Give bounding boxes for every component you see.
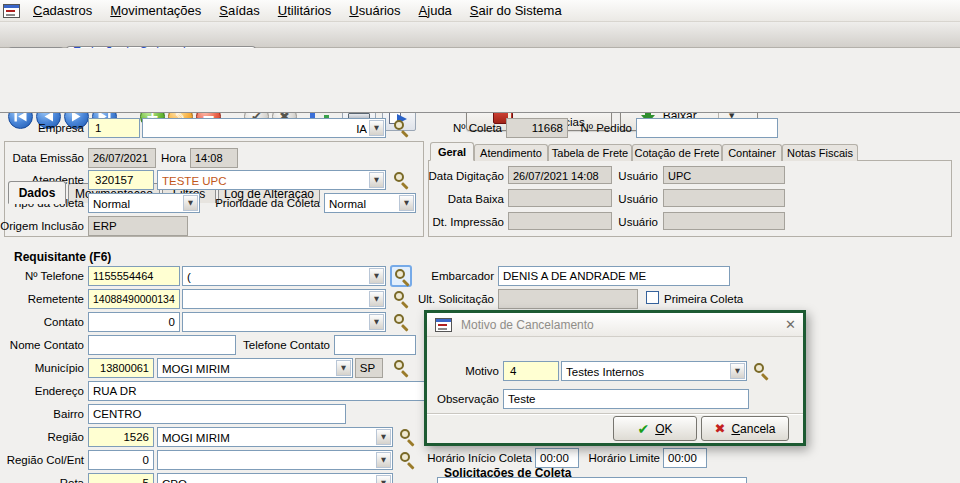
ok-button[interactable]: ✔ OK: [613, 416, 697, 441]
atendente-combo[interactable]: TESTE UPC ▼: [157, 170, 386, 190]
dialog-titlebar[interactable]: Motivo de Cancelamento ✕: [427, 313, 803, 337]
chevron-down-icon[interactable]: ▼: [369, 268, 384, 284]
municipio-search-icon[interactable]: [391, 358, 411, 378]
municipio-code-field[interactable]: 13800061: [88, 358, 154, 378]
telefone-search-icon[interactable]: [390, 265, 412, 287]
tab-atendimento[interactable]: Atendimento: [474, 144, 548, 161]
menu-cadastros[interactable]: Cadastros: [24, 0, 101, 21]
regiao-colent-code-field[interactable]: 0: [88, 450, 154, 470]
motivo-combo-value: Testes Internos: [566, 365, 728, 379]
chevron-down-icon[interactable]: ▼: [336, 360, 351, 376]
endereco-field[interactable]: RUA DR: [88, 381, 426, 401]
tab-container[interactable]: Container: [722, 144, 782, 161]
empresa-combo[interactable]: IA ▼: [142, 118, 386, 138]
empresa-search-icon[interactable]: [391, 118, 411, 138]
telefone-label: Nº Telefone: [0, 269, 84, 283]
uf-field: SP: [355, 358, 383, 378]
horario-limite-field[interactable]: 00:00: [663, 448, 707, 468]
rota-code-field[interactable]: 5: [88, 473, 154, 483]
primeira-coleta-checkbox[interactable]: [646, 291, 659, 304]
app-icon: [3, 4, 20, 18]
data-digitacao-label: Data Digitação: [404, 169, 504, 183]
search-icon-handle: [401, 324, 409, 332]
telefone-field[interactable]: 1155554464: [88, 266, 180, 286]
search-icon-glass: [394, 291, 404, 301]
tab-geral[interactable]: Geral: [430, 142, 474, 161]
motivo-combo[interactable]: Testes Internos ▼: [561, 361, 747, 381]
dialog-icon: [435, 318, 452, 332]
solicitacoes-field[interactable]: [437, 477, 747, 483]
menu-saidas[interactable]: Saídas: [210, 0, 268, 21]
chevron-down-icon[interactable]: ▼: [376, 452, 391, 468]
menu-sair-do-sistema[interactable]: Sair do Sistema: [461, 0, 571, 21]
menu-ajuda[interactable]: Ajuda: [410, 0, 461, 21]
chevron-down-icon[interactable]: ▼: [369, 172, 384, 188]
motivo-label: Motivo: [435, 364, 499, 378]
ncoleta-field: 11668: [506, 118, 568, 138]
motivo-search-icon[interactable]: [751, 361, 771, 381]
nome-contato-label: Nome Contato: [0, 338, 84, 352]
close-icon[interactable]: ✕: [785, 318, 796, 331]
prioridade-label: Prioridade da Coleta: [204, 196, 320, 210]
search-icon-handle: [761, 373, 769, 381]
chevron-down-icon[interactable]: ▼: [369, 291, 384, 307]
ult-solicitacao-field: [498, 289, 638, 309]
contato-combo[interactable]: ▼: [182, 312, 386, 332]
regiao-colent-combo[interactable]: ▼: [157, 450, 393, 470]
chevron-down-icon[interactable]: ▼: [730, 363, 745, 379]
regiao-code-field[interactable]: 1526: [88, 427, 154, 447]
rota-combo[interactable]: CPQ ▼: [157, 473, 393, 483]
municipio-combo[interactable]: MOGI MIRIM ▼: [157, 358, 353, 378]
horario-inicio-field[interactable]: 00:00: [535, 448, 579, 468]
tab-tabela-frete[interactable]: Tabela de Frete: [548, 144, 632, 161]
remetente-search-icon[interactable]: [391, 289, 411, 309]
dialog-footer-divider: [427, 413, 803, 414]
contato-label: Contato: [0, 315, 84, 329]
cancela-button[interactable]: ✖ Cancela: [701, 416, 789, 441]
atendente-code-field[interactable]: 320157: [88, 170, 154, 190]
cancela-label: Cancela: [731, 422, 775, 436]
embarcador-field[interactable]: DENIS A DE ANDRADE ME: [498, 266, 730, 286]
menu-utilitarios[interactable]: Utilitários: [269, 0, 340, 21]
page-tab-strip: Dados Movimentação Filtros Log de Altera…: [0, 90, 960, 113]
motivo-code-field[interactable]: 4: [503, 361, 559, 381]
nome-contato-field[interactable]: [88, 335, 236, 355]
remetente-field[interactable]: 14088490000134: [88, 289, 180, 309]
data-emissao-field: 26/07/2021: [88, 148, 156, 168]
chevron-down-icon[interactable]: ▼: [376, 429, 391, 445]
rota-combo-value: CPQ: [162, 477, 374, 483]
regiao-combo[interactable]: MOGI MIRIM ▼: [157, 427, 393, 447]
tipo-coleta-combo[interactable]: Normal ▼: [88, 193, 200, 213]
tab-cotacao-frete[interactable]: Cotação de Frete: [632, 144, 722, 161]
telefone-contato-field[interactable]: [334, 335, 416, 355]
regiao-search-icon[interactable]: [397, 427, 417, 447]
bairro-field[interactable]: CENTRO: [88, 404, 346, 424]
menu-usuarios[interactable]: Usuários: [340, 0, 409, 21]
usuario-impressao-field: [663, 212, 785, 230]
chevron-glyph: ▼: [188, 199, 193, 207]
horario-limite-label: Horário Limite: [584, 451, 660, 465]
contato-field[interactable]: 0: [88, 312, 180, 332]
observacao-field[interactable]: Teste: [503, 389, 749, 409]
chevron-down-icon[interactable]: ▼: [369, 120, 384, 136]
empresa-code-field[interactable]: 1: [88, 118, 140, 138]
chevron-down-icon[interactable]: ▼: [376, 475, 391, 483]
prioridade-combo[interactable]: Normal ▼: [324, 193, 416, 213]
application-window: Cadastros Movimentações Saídas Utilitári…: [0, 0, 960, 483]
chevron-down-icon[interactable]: ▼: [369, 314, 384, 330]
search-icon-handle: [401, 182, 409, 190]
search-icon-glass: [394, 360, 404, 370]
chevron-down-icon[interactable]: ▼: [183, 195, 198, 211]
requisitante-title: Requisitante (F6): [14, 250, 174, 264]
telefone-contato-label: Telefone Contato: [242, 338, 330, 352]
telefone-combo[interactable]: ( ▼: [182, 266, 386, 286]
contato-search-icon[interactable]: [391, 312, 411, 332]
menu-movimentacoes[interactable]: Movimentações: [101, 0, 210, 21]
remetente-combo[interactable]: ▼: [182, 289, 386, 309]
tab-dados[interactable]: Dados: [8, 181, 66, 204]
chevron-glyph: ▼: [374, 295, 379, 303]
atendente-combo-value: TESTE UPC: [162, 174, 367, 188]
tab-notas-fiscais[interactable]: Notas Fiscais: [782, 144, 858, 161]
search-icon-handle: [407, 439, 415, 447]
npedido-field[interactable]: [636, 118, 778, 138]
